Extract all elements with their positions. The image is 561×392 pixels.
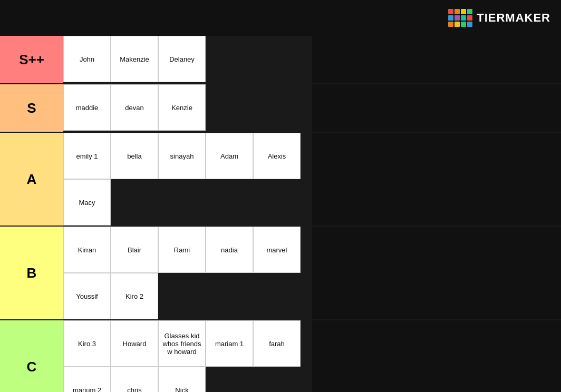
- tier-cell: maddie: [63, 84, 111, 131]
- tier-cell: emily 1: [63, 133, 111, 179]
- tier-rest-c: [312, 320, 561, 392]
- top-bar: TiERMAKER: [0, 0, 561, 36]
- tier-rest-a: [312, 133, 561, 226]
- logo-cell-9: [454, 22, 460, 27]
- tier-cell: Macy: [63, 179, 111, 226]
- tier-cell: bella: [111, 133, 158, 179]
- tier-items-s: maddiedevanKenzie: [63, 84, 312, 132]
- tier-rest-b: [312, 227, 561, 319]
- logo-cell-6: [461, 15, 466, 21]
- tier-cell: Adam: [206, 133, 253, 179]
- tier-label-b: B: [0, 227, 63, 319]
- tier-cell: marium 2: [63, 367, 111, 392]
- tier-label-c: C: [0, 320, 63, 392]
- logo-cell-2: [461, 9, 466, 14]
- tier-items-spp: JohnMakenzieDelaney: [63, 36, 312, 83]
- tier-cell: Glasses kid whos friends w howard: [158, 320, 206, 367]
- tier-cell: Rami: [158, 227, 206, 273]
- tier-rest-s: [312, 84, 561, 132]
- tier-cell: Howard: [111, 320, 158, 367]
- logo-grid-icon: [448, 9, 472, 27]
- tier-cell: Kirran: [63, 227, 111, 273]
- tier-cell: Makenzie: [111, 36, 158, 82]
- tier-row-s: SmaddiedevanKenzie: [0, 84, 561, 133]
- tier-cell: Alexis: [253, 133, 301, 179]
- logo-cell-1: [454, 9, 460, 14]
- tier-row-spp: S++JohnMakenzieDelaney: [0, 36, 561, 84]
- tier-cell: chris: [111, 367, 158, 392]
- logo-cell-0: [448, 9, 453, 14]
- tier-cell: Kenzie: [158, 84, 206, 131]
- logo-text: TiERMAKER: [477, 11, 550, 25]
- logo-cell-4: [448, 15, 453, 21]
- tier-items-c: Kiro 3HowardGlasses kid whos friends w h…: [63, 320, 312, 392]
- logo-cell-3: [467, 9, 472, 14]
- logo-cell-11: [467, 22, 472, 27]
- logo-cell-8: [448, 22, 453, 27]
- tier-items-a: emily 1bellasinayahAdamAlexisMacy: [63, 133, 312, 226]
- logo-cell-5: [454, 15, 460, 21]
- tier-row-a: Aemily 1bellasinayahAdamAlexisMacy: [0, 133, 561, 227]
- tier-items-b: KirranBlairRaminadiamarvelYoussifKiro 2: [63, 227, 312, 319]
- tiermaker-logo: TiERMAKER: [448, 9, 550, 27]
- tier-cell: farah: [253, 320, 301, 367]
- tier-cell: Blair: [111, 227, 158, 273]
- tier-cell: sinayah: [158, 133, 206, 179]
- tier-label-spp: S++: [0, 36, 63, 83]
- tier-cell: marvel: [253, 227, 301, 273]
- tier-row-b: BKirranBlairRaminadiamarvelYoussifKiro 2: [0, 227, 561, 320]
- tier-cell: Kiro 2: [111, 273, 158, 319]
- logo-cell-7: [467, 15, 472, 21]
- tier-list: S++JohnMakenzieDelaneySmaddiedevanKenzie…: [0, 36, 561, 392]
- tier-cell: Kiro 3: [63, 320, 111, 367]
- tier-rest-spp: [312, 36, 561, 83]
- tier-cell: Delaney: [158, 36, 206, 82]
- tier-cell: devan: [111, 84, 158, 131]
- logo-cell-10: [461, 22, 466, 27]
- tier-cell: Nick: [158, 367, 206, 392]
- tier-label-s: S: [0, 84, 63, 132]
- tier-row-c: CKiro 3HowardGlasses kid whos friends w …: [0, 320, 561, 392]
- tier-cell: mariam 1: [206, 320, 253, 367]
- tier-cell: Youssif: [63, 273, 111, 319]
- tier-cell: nadia: [206, 227, 253, 273]
- tier-label-a: A: [0, 133, 63, 226]
- tier-cell: John: [63, 36, 111, 82]
